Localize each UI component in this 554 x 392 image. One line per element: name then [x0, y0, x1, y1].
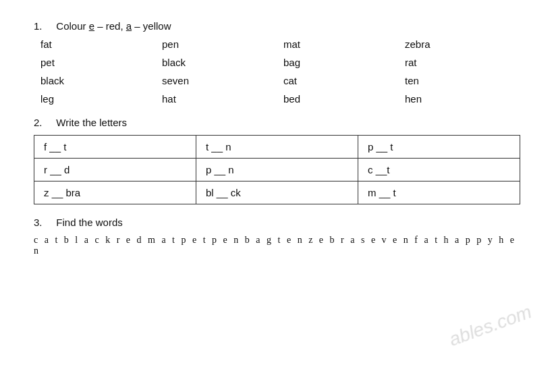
section-3-instruction: Find the words [56, 217, 122, 228]
word-bag: bag [283, 57, 405, 68]
section-3-title: 3. Find the words [34, 217, 520, 228]
letter-table: f __ t t __ n p __ t r __ d p __ n c __t… [34, 135, 520, 204]
word-leg: leg [40, 93, 162, 105]
section-2: 2. Write the letters f __ t t __ n p __ … [34, 117, 520, 204]
word-pen: pen [162, 38, 283, 50]
word-pet: pet [40, 57, 162, 68]
table-row: f __ t t __ n p __ t [34, 136, 520, 159]
table-row: z __ bra bl __ ck m __ t [34, 181, 520, 204]
word-fat: fat [40, 38, 162, 50]
section-2-instruction: Write the letters [56, 117, 127, 128]
word-mat: mat [283, 38, 405, 50]
word-zebra: zebra [405, 38, 526, 50]
word-cat: cat [283, 75, 405, 86]
section-1-number: 1. [34, 20, 43, 32]
table-cell-r-d[interactable]: r __ d [34, 159, 196, 181]
section-1-title: 1. Colour e – red, a – yellow [34, 20, 520, 32]
word-rat: rat [405, 57, 526, 68]
table-cell-z-bra[interactable]: z __ bra [34, 181, 196, 204]
watermark-line2: ables.com [446, 300, 535, 352]
section-1-a: a [126, 20, 132, 32]
table-cell-t-n[interactable]: t __ n [196, 136, 358, 159]
word-black-2: black [40, 75, 162, 86]
section-3-number: 3. [34, 217, 43, 228]
word-hat: hat [162, 93, 283, 105]
section-1-word-grid: fat pen mat zebra pet black bag rat blac… [40, 38, 520, 105]
section-2-title: 2. Write the letters [34, 117, 520, 128]
section-2-number: 2. [34, 117, 43, 128]
section-1-instruction-middle: – red, [94, 20, 126, 32]
section-1-instruction-prefix: Colour [56, 20, 88, 32]
table-cell-p-t[interactable]: p __ t [358, 136, 520, 159]
word-seven: seven [162, 75, 283, 86]
table-cell-m-t[interactable]: m __ t [358, 181, 520, 204]
table-cell-c-t[interactable]: c __t [358, 159, 520, 181]
watermark: ables.com [446, 300, 535, 352]
table-row: r __ d p __ n c __t [34, 159, 520, 181]
section-3: 3. Find the words c a t b l a c k r e d … [34, 217, 520, 256]
word-search-text: c a t b l a c k r e d m a t p e t p e n … [34, 235, 520, 256]
word-ten: ten [405, 75, 526, 86]
table-cell-p-n[interactable]: p __ n [196, 159, 358, 181]
section-1-e: e [89, 20, 94, 32]
table-cell-f-t[interactable]: f __ t [34, 136, 196, 159]
section-1-instruction-suffix: – yellow [132, 20, 171, 32]
word-black-1: black [162, 57, 283, 68]
section-1: 1. Colour e – red, a – yellow fat pen ma… [34, 20, 520, 105]
word-bed: bed [283, 93, 405, 105]
table-cell-bl-ck[interactable]: bl __ ck [196, 181, 358, 204]
word-hen: hen [405, 93, 526, 105]
